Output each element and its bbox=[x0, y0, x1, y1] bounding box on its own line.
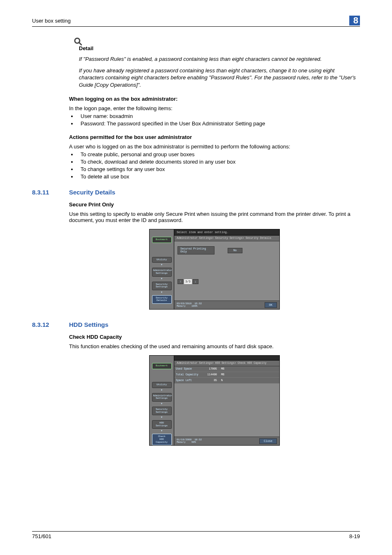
actions-intro: A user who is logged on as the box admin… bbox=[69, 143, 360, 150]
hdd-capacity-screenshot: Bookmark Utility ▾ Administrator Setting… bbox=[149, 355, 280, 446]
hdd-row-used: Used Space 17005 MB bbox=[174, 366, 279, 372]
chevron-down-icon: ▾ bbox=[161, 278, 163, 280]
svg-line-1 bbox=[79, 42, 81, 45]
secured-printing-value[interactable]: No bbox=[228, 248, 242, 253]
sidebar-tab-secdetails[interactable]: Security Details bbox=[152, 295, 172, 304]
header-title: User box setting bbox=[32, 18, 71, 24]
chevron-down-icon: ▾ bbox=[161, 291, 163, 294]
login-heading: When logging on as the box administrator… bbox=[69, 96, 360, 102]
page-footer: 751/601 8-19 bbox=[32, 531, 360, 539]
status-bar: 01/16/2008 18:32 Memory 99% bbox=[177, 439, 202, 444]
login-intro: In the logon page, enter the following i… bbox=[69, 105, 360, 111]
security-details-screenshot: Bookmark Utility ▾ Administrator Setting… bbox=[149, 229, 280, 310]
bookmark-tab[interactable]: Bookmark bbox=[152, 363, 172, 369]
list-item: To create public, personal and group use… bbox=[77, 151, 360, 157]
sidebar-tab-utility[interactable]: Utility bbox=[152, 382, 172, 388]
pager-down-button[interactable]: ↓ bbox=[193, 279, 198, 284]
pager-label: 3/3 bbox=[184, 279, 192, 284]
chevron-down-icon: ▾ bbox=[161, 264, 163, 266]
chevron-down-icon: ▾ bbox=[161, 402, 163, 405]
panel-instruction bbox=[174, 356, 279, 361]
hdd-row-total: Total Capacity 114400 MB bbox=[174, 372, 279, 378]
login-list: User name: boxadmin Password: The passwo… bbox=[69, 113, 360, 127]
sidebar-tab-hdd[interactable]: HDD Settings bbox=[152, 420, 172, 429]
breadcrumb: Administrator Settings> HDD Settings> Ch… bbox=[174, 361, 279, 366]
actions-list: To create public, personal and group use… bbox=[69, 151, 360, 180]
breadcrumb: Administrator Settings> Security Setting… bbox=[174, 236, 279, 241]
list-item: To check, download and delete documents … bbox=[77, 159, 360, 165]
secure-print-heading: Secure Print Only bbox=[69, 201, 360, 208]
panel-instruction: Select item and enter setting. bbox=[174, 229, 279, 236]
close-button[interactable]: Close bbox=[259, 438, 277, 444]
sidebar-tab-security[interactable]: Security Settings bbox=[152, 282, 172, 290]
secured-printing-label[interactable]: Secured Printing Only bbox=[178, 246, 214, 254]
section-title: HDD Settings bbox=[69, 321, 108, 328]
pager-up-button[interactable]: ↑ bbox=[178, 279, 183, 284]
secure-print-desc: Use this setting to specify to enable on… bbox=[69, 211, 360, 223]
bookmark-tab[interactable]: Bookmark bbox=[152, 237, 172, 243]
sidebar-tab-utility[interactable]: Utility bbox=[152, 257, 172, 263]
section-number: 8.3.12 bbox=[32, 321, 69, 328]
check-hdd-desc: This function enables checking of the us… bbox=[69, 343, 360, 349]
check-hdd-heading: Check HDD Capacity bbox=[69, 334, 360, 340]
detail-p1: If "Password Rules" is enabled, a passwo… bbox=[79, 56, 360, 63]
section-number: 8.3.11 bbox=[32, 189, 69, 196]
footer-model: 751/601 bbox=[32, 533, 51, 539]
sidebar-tab-admin[interactable]: Administrator Settings bbox=[152, 393, 172, 402]
list-item: To change settings for any user box bbox=[77, 166, 360, 172]
section-8-3-12: 8.3.12 HDD Settings bbox=[32, 321, 360, 328]
hdd-row-left: Space Left 85 % bbox=[174, 378, 279, 384]
detail-p2: If you have already registered a passwor… bbox=[79, 67, 360, 89]
header-chapter-num: 8 bbox=[349, 16, 360, 25]
ok-button[interactable]: OK bbox=[265, 302, 277, 308]
chevron-down-icon: ▾ bbox=[161, 416, 163, 419]
list-item: User name: boxadmin bbox=[77, 113, 360, 119]
chevron-down-icon: ▾ bbox=[161, 389, 163, 391]
section-8-3-11: 8.3.11 Security Details bbox=[32, 189, 360, 196]
list-item: Password: The password specified in the … bbox=[77, 120, 360, 127]
page-header: User box setting 8 bbox=[32, 16, 360, 27]
sidebar-tab-check-hdd[interactable]: Check HDD Capacity bbox=[152, 434, 172, 445]
footer-page-num: 8-19 bbox=[349, 533, 360, 539]
section-title: Security Details bbox=[69, 189, 115, 196]
list-item: To delete all use box bbox=[77, 173, 360, 180]
detail-heading: Detail bbox=[79, 45, 360, 51]
chevron-down-icon: ▾ bbox=[161, 430, 163, 432]
actions-heading: Actions permitted for the box user admin… bbox=[69, 134, 360, 140]
status-bar: 03/03/2010 15:32 Memory 100% bbox=[177, 303, 202, 308]
sidebar-tab-security[interactable]: Security Settings bbox=[152, 407, 172, 415]
sidebar-tab-admin[interactable]: Administrator Settings bbox=[152, 268, 172, 276]
